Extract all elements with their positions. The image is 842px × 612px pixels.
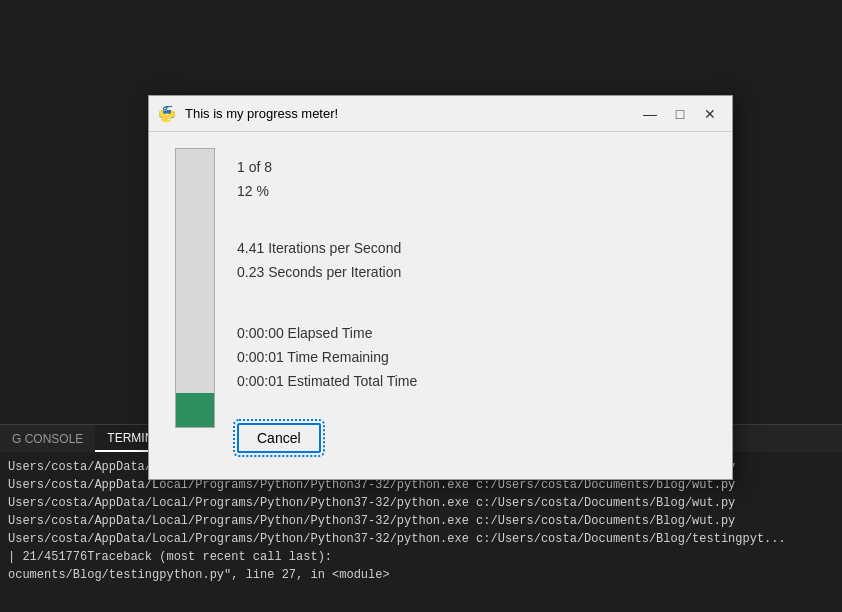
terminal-line: Users/costa/AppData/Local/Programs/Pytho…: [8, 530, 834, 548]
tab-debug-console-label: G CONSOLE: [12, 432, 83, 446]
dialog-window: This is my progress meter! — □ ✕ 1 of 8 …: [148, 95, 733, 480]
close-button[interactable]: ✕: [696, 102, 724, 126]
progress-bar-track: [175, 148, 215, 428]
elapsed-time: 0:00:00 Elapsed Time: [237, 322, 712, 346]
tab-debug-console[interactable]: G CONSOLE: [0, 425, 95, 452]
progress-bar-fill: [176, 393, 214, 427]
stats-speed-group: 4.41 Iterations per Second 0.23 Seconds …: [237, 237, 712, 285]
terminal-line: Users/costa/AppData/Local/Programs/Pytho…: [8, 512, 834, 530]
dialog-content: 1 of 8 12 % 4.41 Iterations per Second 0…: [149, 132, 732, 479]
progress-bar-container: [169, 148, 221, 463]
cancel-button[interactable]: Cancel: [237, 423, 321, 453]
count-label: 1 of 8: [237, 156, 712, 180]
cancel-area: Cancel: [237, 423, 712, 463]
terminal-line: Users/costa/AppData/Local/Programs/Pytho…: [8, 494, 834, 512]
seconds-per-iter: 0.23 Seconds per Iteration: [237, 261, 712, 285]
stats-time-group: 0:00:00 Elapsed Time 0:00:01 Time Remain…: [237, 322, 712, 393]
terminal-text: Users/costa/AppData/Local/Programs/Pytho…: [8, 496, 735, 510]
time-remaining: 0:00:01 Time Remaining: [237, 346, 712, 370]
estimated-total: 0:00:01 Estimated Total Time: [237, 370, 712, 394]
iterations-per-sec: 4.41 Iterations per Second: [237, 237, 712, 261]
svg-point-1: [168, 118, 170, 120]
dialog-title: This is my progress meter!: [185, 106, 636, 121]
maximize-button[interactable]: □: [666, 102, 694, 126]
stats-counts-group: 1 of 8 12 %: [237, 156, 712, 204]
percent-label: 12 %: [237, 180, 712, 204]
terminal-line: | 21/451776Traceback (most recent call l…: [8, 548, 834, 566]
python-icon: [157, 104, 177, 124]
terminal-text: Users/costa/AppData/Local/Programs/Pytho…: [8, 478, 735, 492]
dialog-titlebar: This is my progress meter! — □ ✕: [149, 96, 732, 132]
terminal-line: ocuments/Blog/testingpython.py", line 27…: [8, 566, 834, 584]
titlebar-buttons: — □ ✕: [636, 102, 724, 126]
minimize-button[interactable]: —: [636, 102, 664, 126]
dialog-stats: 1 of 8 12 % 4.41 Iterations per Second 0…: [237, 148, 712, 463]
terminal-text: Users/costa/AppData/Local/Programs/Pytho…: [8, 514, 735, 528]
terminal-text: | 21/451776Traceback (most recent call l…: [8, 550, 332, 564]
svg-point-0: [164, 107, 166, 109]
terminal-text: ocuments/Blog/testingpython.py", line 27…: [8, 568, 390, 582]
terminal-text: Users/costa/AppData/Local/Programs/Pytho…: [8, 532, 786, 546]
